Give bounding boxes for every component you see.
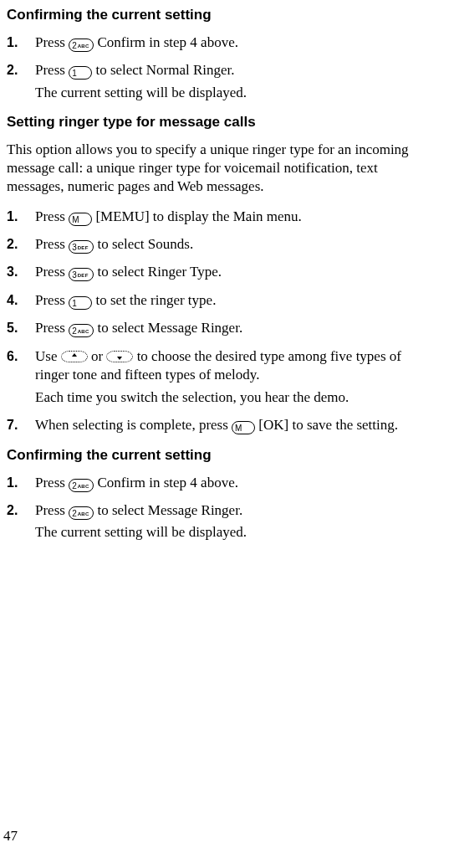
key-2abc-icon: 2ABC bbox=[69, 479, 94, 492]
step-number: 3. bbox=[7, 263, 32, 280]
steps-list-a: 1. Press 2ABC Confirm in step 4 above. 2… bbox=[7, 33, 436, 102]
step-number: 1. bbox=[7, 208, 32, 225]
step-number: 2. bbox=[7, 501, 32, 519]
step-number: 1. bbox=[7, 33, 32, 51]
step-number: 7. bbox=[7, 416, 32, 434]
step-text-pre: Press bbox=[35, 502, 69, 518]
step-continuation: The current setting will be displayed. bbox=[35, 523, 436, 542]
step-text-post: to set the ringer type. bbox=[95, 292, 216, 308]
step-b-7: 7. When selecting is complete, press M [… bbox=[35, 416, 436, 434]
step-continuation: Each time you switch the selection, you … bbox=[35, 388, 436, 407]
step-text-pre: Press bbox=[35, 475, 69, 490]
page: Confirming the current setting 1. Press … bbox=[0, 0, 449, 868]
page-number: 47 bbox=[3, 828, 18, 845]
step-text-pre: Press bbox=[35, 236, 69, 252]
step-text-post: Confirm in step 4 above. bbox=[97, 475, 238, 490]
step-text-post: to select Ringer Type. bbox=[97, 264, 222, 280]
step-text-post: [MEMU] to display the Main menu. bbox=[95, 208, 301, 224]
step-text-post: [OK] to save the setting. bbox=[258, 417, 398, 433]
intro-paragraph: This option allows you to specify a uniq… bbox=[7, 141, 436, 195]
step-c-2: 2. Press 2ABC to select Message Ringer. … bbox=[35, 501, 436, 542]
heading-confirm-current-1: Confirming the current setting bbox=[7, 7, 436, 23]
key-2abc-icon: 2ABC bbox=[69, 506, 94, 520]
key-1-icon: 1 bbox=[69, 66, 92, 80]
step-text-post: Confirm in step 4 above. bbox=[97, 34, 238, 50]
key-m-icon: M bbox=[232, 421, 255, 434]
step-continuation: The current setting will be displayed. bbox=[35, 84, 436, 102]
key-1-icon: 1 bbox=[69, 296, 92, 310]
key-2abc-icon: 2ABC bbox=[69, 39, 94, 52]
step-text-pre: Press bbox=[35, 208, 69, 224]
step-number: 6. bbox=[7, 347, 32, 365]
step-text-pre: Press bbox=[35, 320, 69, 336]
step-text-pre: Press bbox=[35, 34, 69, 50]
nav-up-icon bbox=[61, 351, 88, 362]
key-m-icon: M bbox=[69, 213, 92, 226]
step-b-5: 5. Press 2ABC to select Message Ringer. bbox=[35, 319, 436, 337]
steps-list-b: 1. Press M [MEMU] to display the Main me… bbox=[7, 208, 436, 435]
step-text-post: to select Sounds. bbox=[97, 236, 193, 252]
step-text-mid: or bbox=[91, 348, 106, 364]
step-text-pre: Use bbox=[35, 348, 61, 364]
key-3def-icon: 3DEF bbox=[69, 240, 94, 254]
step-b-1: 1. Press M [MEMU] to display the Main me… bbox=[35, 208, 436, 226]
step-number: 2. bbox=[7, 235, 32, 253]
step-number: 4. bbox=[7, 291, 32, 309]
step-b-4: 4. Press 1 to set the ringer type. bbox=[35, 291, 436, 310]
step-text-post: to choose the desired type among five ty… bbox=[35, 348, 401, 383]
step-c-1: 1. Press 2ABC Confirm in step 4 above. bbox=[35, 474, 436, 492]
step-b-3: 3. Press 3DEF to select Ringer Type. bbox=[35, 263, 436, 281]
step-text-post: to select Normal Ringer. bbox=[95, 62, 234, 78]
step-text-pre: When selecting is complete, press bbox=[35, 417, 232, 433]
step-b-2: 2. Press 3DEF to select Sounds. bbox=[35, 235, 436, 254]
step-b-6: 6. Use or to choose the desired type amo… bbox=[35, 347, 436, 407]
heading-confirm-current-2: Confirming the current setting bbox=[7, 447, 436, 464]
heading-setting-ringer-type: Setting ringer type for message calls bbox=[7, 114, 436, 131]
step-text-post: to select Message Ringer. bbox=[97, 502, 242, 518]
step-number: 2. bbox=[7, 61, 32, 79]
key-2abc-icon: 2ABC bbox=[69, 324, 94, 337]
step-text-pre: Press bbox=[35, 264, 69, 280]
step-a-2: 2. Press 1 to select Normal Ringer. The … bbox=[35, 61, 436, 102]
steps-list-c: 1. Press 2ABC Confirm in step 4 above. 2… bbox=[7, 474, 436, 542]
step-number: 5. bbox=[7, 319, 32, 336]
step-number: 1. bbox=[7, 474, 32, 491]
nav-down-icon bbox=[106, 351, 133, 362]
key-3def-icon: 3DEF bbox=[69, 268, 94, 281]
step-text-pre: Press bbox=[35, 292, 69, 308]
step-text-pre: Press bbox=[35, 62, 69, 78]
step-a-1: 1. Press 2ABC Confirm in step 4 above. bbox=[35, 33, 436, 52]
step-text-post: to select Message Ringer. bbox=[97, 320, 242, 336]
